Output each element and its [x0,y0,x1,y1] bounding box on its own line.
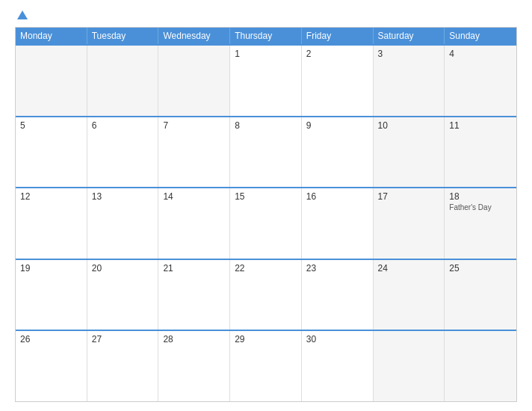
header [15,12,517,19]
day-cell: 12 [16,188,87,259]
day-number: 15 [235,191,297,202]
day-header-monday: Monday [16,28,87,44]
day-cell [158,46,230,116]
day-number: 18 [449,191,512,202]
day-number: 11 [449,120,512,131]
day-number: 10 [378,120,440,131]
day-number: 5 [20,120,82,131]
day-number: 26 [20,334,82,344]
day-cell [445,331,516,401]
day-cell: 30 [302,331,374,401]
day-cell: 3 [374,46,445,116]
day-cell: 13 [87,188,159,259]
day-number: 8 [235,120,297,131]
day-cell: 28 [158,331,230,401]
day-number: 9 [306,120,368,131]
week-row-3: 12131415161718Father's Day [16,187,516,259]
day-cell: 14 [158,188,230,259]
day-headers-row: MondayTuesdayWednesdayThursdayFridaySatu… [16,28,516,44]
day-cell [87,46,159,116]
day-number: 22 [235,263,297,274]
day-cell: 1 [230,46,302,116]
day-cell: 25 [445,260,516,330]
calendar-grid: MondayTuesdayWednesdayThursdayFridaySatu… [15,27,517,402]
day-number: 7 [163,120,225,131]
day-number: 29 [235,334,297,344]
day-number: 21 [163,263,225,274]
day-header-sunday: Sunday [445,28,516,44]
day-cell: 21 [158,260,230,330]
day-cell: 11 [445,117,516,188]
day-number: 14 [163,191,225,202]
day-cell [374,331,445,401]
day-header-wednesday: Wednesday [158,28,230,44]
day-number: 23 [306,263,368,274]
day-cell: 6 [87,117,159,188]
week-row-4: 19202122232425 [16,259,516,330]
day-cell: 24 [374,260,445,330]
day-number: 30 [306,334,368,344]
day-number: 3 [378,49,440,59]
day-number: 19 [20,263,82,274]
day-header-saturday: Saturday [374,28,445,44]
day-cell: 16 [302,188,374,259]
day-number: 6 [92,120,154,131]
day-cell: 27 [87,331,159,401]
day-cell: 7 [158,117,230,188]
day-cell: 18Father's Day [445,188,516,259]
day-number: 27 [92,334,154,344]
day-number: 13 [92,191,154,202]
logo-triangle-icon [17,10,28,19]
day-cell: 9 [302,117,374,188]
day-cell: 2 [302,46,374,116]
day-cell: 23 [302,260,374,330]
event-label: Father's Day [449,203,512,211]
day-number: 2 [306,49,368,59]
day-number: 1 [235,49,297,59]
day-header-tuesday: Tuesday [87,28,159,44]
day-number: 28 [163,334,225,344]
day-cell: 10 [374,117,445,188]
week-row-1: 1234 [16,44,516,116]
day-number: 16 [306,191,368,202]
week-row-5: 2627282930 [16,330,516,401]
logo [15,12,30,19]
day-cell: 20 [87,260,159,330]
day-header-thursday: Thursday [230,28,302,44]
day-number: 4 [449,49,512,59]
week-row-2: 567891011 [16,116,516,188]
day-cell: 17 [374,188,445,259]
day-cell: 15 [230,188,302,259]
weeks-container: 123456789101112131415161718Father's Day1… [16,44,516,401]
day-cell: 29 [230,331,302,401]
day-cell: 8 [230,117,302,188]
day-cell: 5 [16,117,87,188]
day-number: 12 [20,191,82,202]
day-cell: 4 [445,46,516,116]
calendar-page: MondayTuesdayWednesdayThursdayFridaySatu… [0,0,532,411]
day-cell: 19 [16,260,87,330]
day-cell [16,46,87,116]
day-header-friday: Friday [302,28,374,44]
day-cell: 22 [230,260,302,330]
day-number: 20 [92,263,154,274]
day-cell: 26 [16,331,87,401]
day-number: 17 [378,191,440,202]
day-number: 25 [449,263,512,274]
day-number: 24 [378,263,440,274]
